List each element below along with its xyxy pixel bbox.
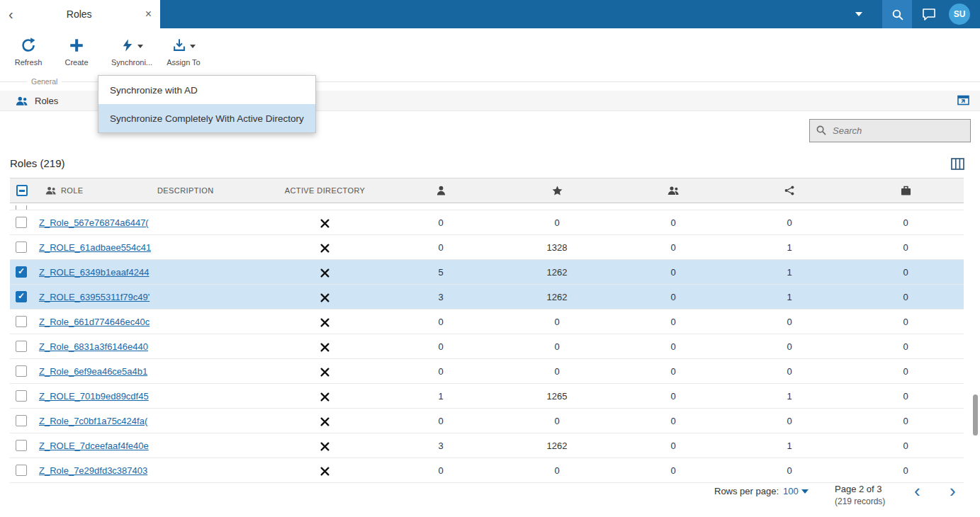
column-header-shares[interactable] bbox=[731, 186, 847, 195]
row-checkbox[interactable] bbox=[16, 217, 27, 228]
synchronize-label: Synchroni... bbox=[111, 58, 152, 67]
row-checkbox-cell bbox=[10, 217, 39, 229]
column-header-description[interactable]: DESCRIPTION bbox=[151, 186, 267, 195]
cell-value: 0 bbox=[438, 465, 443, 476]
search-input[interactable] bbox=[809, 119, 971, 142]
briefcase-icon bbox=[901, 186, 911, 195]
row-checkbox[interactable] bbox=[16, 341, 27, 352]
x-mark-icon bbox=[320, 268, 330, 278]
cell-value: 0 bbox=[670, 292, 675, 302]
back-chevron-icon[interactable]: ‹ bbox=[9, 7, 13, 21]
role-cell: Z_ROLE_6349b1eaaf4244 bbox=[39, 267, 151, 278]
synchronize-dropdown-menu: Synchronize with AD Synchronize Complete… bbox=[98, 75, 316, 133]
role-link[interactable]: Z_Role_661d774646ec40c bbox=[39, 317, 150, 327]
cell-value: 1262 bbox=[547, 267, 568, 278]
role-link[interactable]: Z_ROLE_7dceefaaf4fe40e bbox=[39, 441, 149, 451]
row-checkbox-cell bbox=[10, 365, 39, 377]
cell-value: 0 bbox=[903, 341, 908, 352]
column-header-active-directory-label: ACTIVE DIRECTORY bbox=[285, 186, 366, 195]
row-checkbox[interactable] bbox=[16, 266, 27, 278]
refresh-icon bbox=[20, 36, 37, 55]
x-mark-icon bbox=[320, 417, 330, 426]
assign-to-button[interactable]: Assign To bbox=[160, 33, 207, 81]
table-row[interactable]: Z_Role_567e76874a6447( 0 0 0 0 0 bbox=[10, 210, 964, 235]
table-row[interactable]: Z_ROLE_6349b1eaaf4244 5 1262 0 1 0 bbox=[10, 260, 964, 285]
active-directory-cell bbox=[267, 440, 383, 450]
tab-close-icon[interactable]: × bbox=[145, 8, 152, 21]
row-checkbox[interactable] bbox=[16, 415, 27, 426]
role-link[interactable]: Z_ROLE_61adbaee554c41 bbox=[39, 242, 151, 253]
column-header-groups[interactable] bbox=[615, 186, 731, 195]
table-row[interactable]: Z_ROLE_61adbaee554c41 0 1328 0 1 0 bbox=[10, 235, 964, 260]
row-checkbox[interactable] bbox=[16, 390, 27, 402]
search-input-icon bbox=[816, 125, 826, 135]
column-chooser-icon[interactable] bbox=[951, 158, 964, 170]
x-mark-icon bbox=[320, 219, 330, 228]
people-icon bbox=[45, 186, 57, 195]
role-link[interactable]: Z_Role_6ef9ea46ce5a4b1 bbox=[39, 366, 147, 377]
menu-item-synchronize-completely[interactable]: Synchronize Completely With Active Direc… bbox=[98, 104, 315, 132]
create-button[interactable]: Create bbox=[55, 33, 98, 81]
rows-per-page-caret-icon bbox=[801, 489, 809, 494]
role-cell: Z_Role_6ef9ea46ce5a4b1 bbox=[39, 366, 151, 377]
synchronize-button[interactable]: Synchroni... bbox=[109, 33, 154, 81]
role-link[interactable]: Z_Role_567e76874a6447( bbox=[39, 217, 149, 228]
global-search-button[interactable] bbox=[882, 0, 912, 28]
tab-title: Roles bbox=[13, 8, 145, 20]
menu-item-synchronize-with-ad[interactable]: Synchronize with AD bbox=[98, 76, 315, 104]
rows-per-page-value: 100 bbox=[783, 486, 799, 496]
table-row[interactable]: Z_Role_6831a3f6146e440 0 0 0 0 0 bbox=[10, 334, 964, 359]
table-row[interactable]: Z_ROLE_7dceefaaf4fe40e 3 1262 0 1 0 bbox=[10, 433, 964, 458]
row-checkbox[interactable] bbox=[16, 365, 27, 377]
previous-page-button[interactable]: ‹ bbox=[914, 482, 920, 500]
cell-value: 0 bbox=[554, 341, 559, 352]
role-cell: Z_ROLE_7dceefaaf4fe40e bbox=[39, 441, 151, 451]
column-header-active-directory[interactable]: ACTIVE DIRECTORY bbox=[267, 186, 383, 195]
table-row[interactable]: Z_Role_7c0bf1a75c424fa( 0 0 0 0 0 bbox=[10, 409, 964, 433]
row-checkbox[interactable] bbox=[16, 242, 27, 253]
cell-value: 0 bbox=[670, 366, 675, 377]
page-title: Roles bbox=[35, 96, 58, 106]
user-avatar[interactable]: SU bbox=[949, 4, 970, 25]
row-checkbox[interactable] bbox=[16, 291, 27, 302]
partially-scrolled-row bbox=[10, 203, 964, 210]
topbar-dropdown-caret-icon[interactable] bbox=[855, 12, 862, 16]
column-header-organizations[interactable] bbox=[847, 186, 964, 195]
expand-panel-icon[interactable] bbox=[957, 95, 969, 106]
cell-value: 0 bbox=[670, 341, 675, 352]
column-header-users[interactable] bbox=[383, 186, 499, 195]
role-link[interactable]: Z_ROLE_63955311f79c49' bbox=[39, 292, 150, 302]
vertical-scrollbar-thumb[interactable] bbox=[973, 394, 978, 436]
chat-button[interactable] bbox=[912, 0, 946, 28]
table-row[interactable]: Z_ROLE_63955311f79c49' 3 1262 0 1 0 bbox=[10, 285, 964, 309]
cell-value: 0 bbox=[554, 416, 559, 426]
table-row[interactable]: Z_ROLE_701b9ed89cdf45 1 1265 0 1 0 bbox=[10, 384, 964, 409]
row-checkbox[interactable] bbox=[16, 440, 27, 451]
cell-value: 0 bbox=[670, 441, 675, 451]
tab-roles[interactable]: ‹ Roles × bbox=[0, 0, 160, 28]
select-all-checkbox[interactable] bbox=[16, 185, 28, 196]
rows-per-page-select[interactable]: 100 bbox=[783, 486, 809, 496]
column-header-role[interactable]: ROLE bbox=[39, 186, 151, 195]
next-page-button[interactable]: › bbox=[950, 482, 956, 500]
role-link[interactable]: Z_Role_7e29dfd3c387403 bbox=[39, 465, 147, 476]
column-header-description-label: DESCRIPTION bbox=[157, 186, 214, 195]
table-row[interactable]: Z_Role_7e29dfd3c387403 0 0 0 0 0 bbox=[10, 458, 964, 483]
row-checkbox[interactable] bbox=[16, 465, 27, 476]
active-directory-cell bbox=[267, 465, 383, 475]
row-checkbox-cell bbox=[10, 415, 39, 427]
cell-value: 0 bbox=[670, 391, 675, 402]
table-row[interactable]: Z_Role_661d774646ec40c 0 0 0 0 0 bbox=[10, 309, 964, 334]
role-cell: Z_Role_7c0bf1a75c424fa( bbox=[39, 416, 151, 426]
role-link[interactable]: Z_ROLE_701b9ed89cdf45 bbox=[39, 391, 149, 402]
rows-per-page-label: Rows per page: bbox=[714, 486, 779, 496]
role-link[interactable]: Z_Role_7c0bf1a75c424fa( bbox=[39, 416, 147, 426]
column-header-favorites[interactable] bbox=[499, 186, 615, 196]
table-row[interactable]: Z_Role_6ef9ea46ce5a4b1 0 0 0 0 0 bbox=[10, 359, 964, 384]
role-link[interactable]: Z_Role_6831a3f6146e440 bbox=[39, 341, 148, 352]
cell-value: 1 bbox=[787, 267, 792, 278]
share-icon bbox=[784, 186, 794, 195]
role-link[interactable]: Z_ROLE_6349b1eaaf4244 bbox=[39, 267, 149, 278]
refresh-button[interactable]: Refresh bbox=[7, 33, 50, 81]
row-checkbox[interactable] bbox=[16, 316, 27, 327]
